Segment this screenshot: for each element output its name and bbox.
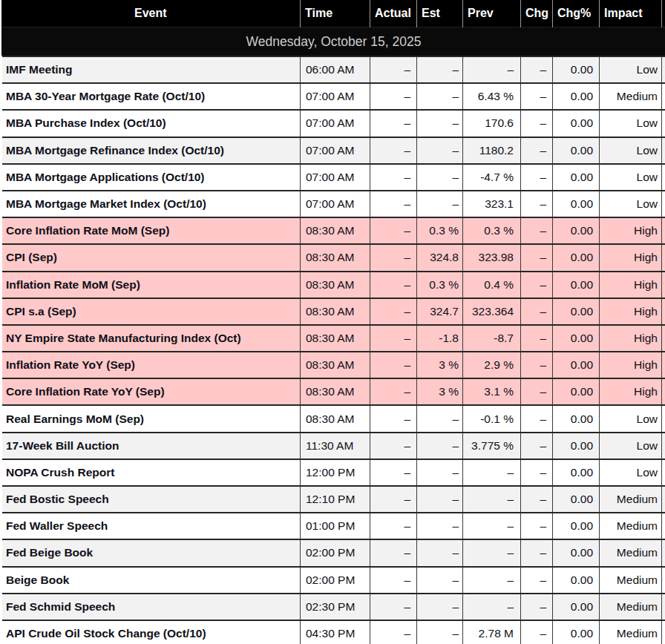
row-spacer <box>662 352 665 378</box>
cell-prev: 0.4 % <box>463 272 521 298</box>
cell-actual: – <box>370 433 417 459</box>
table-row[interactable]: Fed Beige Book02:00 PM––––0.00Medium <box>1 539 665 566</box>
cell-event: MBA Mortgage Refinance Index (Oct/10) <box>1 137 301 164</box>
cell-chgpct: 0.00 <box>553 244 600 271</box>
table-row[interactable]: Inflation Rate MoM (Sep)08:30 AM–0.3 %0.… <box>1 272 665 298</box>
cell-impact: High <box>600 298 662 325</box>
cell-chgpct: 0.00 <box>553 433 600 459</box>
cell-event: NOPA Crush Report <box>1 459 301 486</box>
table-row[interactable]: IMF Meeting06:00 AM––––0.00Low <box>1 56 665 83</box>
table-row[interactable]: MBA Mortgage Refinance Index (Oct/10)07:… <box>1 137 665 164</box>
cell-prev: 2.9 % <box>463 352 521 378</box>
table-row[interactable]: CPI s.a (Sep)08:30 AM–324.7323.364–0.00H… <box>1 298 665 325</box>
cell-prev: – <box>463 567 521 594</box>
cell-chg: – <box>521 486 553 513</box>
table-row[interactable]: Core Inflation Rate YoY (Sep)08:30 AM–3 … <box>1 378 665 405</box>
cell-est: 324.8 <box>417 244 463 271</box>
row-spacer <box>662 620 665 644</box>
cell-chg: – <box>521 137 553 164</box>
cell-event: MBA 30-Year Mortgage Rate (Oct/10) <box>1 83 301 110</box>
table-row[interactable]: 17-Week Bill Auction11:30 AM––3.775 %–0.… <box>1 433 665 459</box>
cell-est: – <box>417 620 463 644</box>
cell-impact: Medium <box>600 594 662 620</box>
table-row[interactable]: CPI (Sep)08:30 AM–324.8323.98–0.00High <box>1 244 665 271</box>
table-row[interactable]: Fed Waller Speech01:00 PM––––0.00Medium <box>1 513 665 539</box>
table-row[interactable]: MBA 30-Year Mortgage Rate (Oct/10)07:00 … <box>1 83 665 110</box>
table-row[interactable]: NOPA Crush Report12:00 PM––––0.00Low <box>1 459 665 486</box>
cell-chg: – <box>521 433 553 459</box>
table-row[interactable]: Core Inflation Rate MoM (Sep)08:30 AM–0.… <box>1 217 665 244</box>
cell-impact: High <box>600 352 662 378</box>
cell-prev: 2.78 M <box>463 620 521 644</box>
column-header-spacer <box>662 0 665 27</box>
cell-time: 02:30 PM <box>301 594 370 620</box>
cell-time: 04:30 PM <box>301 620 370 644</box>
cell-chgpct: 0.00 <box>553 459 600 486</box>
column-header-est: Est <box>417 0 463 27</box>
column-header-event: Event <box>1 0 301 27</box>
cell-chg: – <box>521 298 553 325</box>
cell-impact: High <box>600 217 662 244</box>
table-row[interactable]: Fed Schmid Speech02:30 PM––––0.00Medium <box>1 594 665 620</box>
cell-time: 08:30 AM <box>301 325 370 352</box>
cell-chgpct: 0.00 <box>553 513 600 539</box>
calendar-rows: IMF Meeting06:00 AM––––0.00LowMBA 30-Yea… <box>1 56 665 644</box>
cell-chg: – <box>521 459 553 486</box>
cell-actual: – <box>370 567 417 594</box>
cell-est: – <box>417 110 463 137</box>
table-row[interactable]: NY Empire State Manufacturing Index (Oct… <box>1 325 665 352</box>
cell-actual: – <box>370 405 417 432</box>
table-row[interactable]: Inflation Rate YoY (Sep)08:30 AM–3 %2.9 … <box>1 352 665 378</box>
cell-est: – <box>417 539 463 566</box>
column-header-chg: Chg <box>521 0 553 27</box>
table-row[interactable]: MBA Mortgage Market Index (Oct/10)07:00 … <box>1 191 665 217</box>
cell-impact: Medium <box>600 513 662 539</box>
cell-time: 12:10 PM <box>301 486 370 513</box>
cell-chg: – <box>521 217 553 244</box>
cell-prev: -0.1 % <box>463 405 521 432</box>
cell-time: 01:00 PM <box>301 513 370 539</box>
cell-actual: – <box>370 594 417 620</box>
cell-time: 08:30 AM <box>301 378 370 405</box>
cell-chgpct: 0.00 <box>553 539 600 566</box>
cell-chg: – <box>521 191 553 217</box>
cell-prev: – <box>463 539 521 566</box>
cell-actual: – <box>370 191 417 217</box>
cell-time: 08:30 AM <box>301 217 370 244</box>
cell-prev: -8.7 <box>463 325 521 352</box>
cell-actual: – <box>370 539 417 566</box>
cell-actual: – <box>370 244 417 271</box>
cell-chgpct: 0.00 <box>553 378 600 405</box>
table-row[interactable]: MBA Mortgage Applications (Oct/10)07:00 … <box>1 164 665 191</box>
cell-chgpct: 0.00 <box>553 272 600 298</box>
table-row[interactable]: API Crude Oil Stock Change (Oct/10)04:30… <box>1 620 665 644</box>
cell-actual: – <box>370 620 417 644</box>
cell-impact: Low <box>600 137 662 164</box>
cell-prev: 323.98 <box>463 244 521 271</box>
cell-impact: Medium <box>600 83 662 110</box>
row-spacer <box>662 539 665 566</box>
cell-est: – <box>417 459 463 486</box>
cell-est: -1.8 <box>417 325 463 352</box>
cell-actual: – <box>370 110 417 137</box>
table-row[interactable]: MBA Purchase Index (Oct/10)07:00 AM––170… <box>1 110 665 137</box>
cell-actual: – <box>370 486 417 513</box>
table-row[interactable]: Real Earnings MoM (Sep)08:30 AM––-0.1 %–… <box>1 405 665 432</box>
cell-est: – <box>417 594 463 620</box>
cell-prev: -4.7 % <box>463 164 521 191</box>
cell-chgpct: 0.00 <box>553 352 600 378</box>
cell-prev: 3.775 % <box>463 433 521 459</box>
cell-time: 08:30 AM <box>301 405 370 432</box>
cell-impact: Low <box>600 56 662 83</box>
row-spacer <box>662 378 665 405</box>
cell-est: – <box>417 567 463 594</box>
table-row[interactable]: Fed Bostic Speech12:10 PM––––0.00Medium <box>1 486 665 513</box>
cell-est: 3 % <box>417 378 463 405</box>
table-row[interactable]: Beige Book02:00 PM––––0.00Medium <box>1 567 665 594</box>
row-spacer <box>662 272 665 298</box>
cell-actual: – <box>370 137 417 164</box>
cell-est: – <box>417 405 463 432</box>
cell-chgpct: 0.00 <box>553 298 600 325</box>
cell-actual: – <box>370 459 417 486</box>
cell-event: CPI s.a (Sep) <box>1 298 301 325</box>
